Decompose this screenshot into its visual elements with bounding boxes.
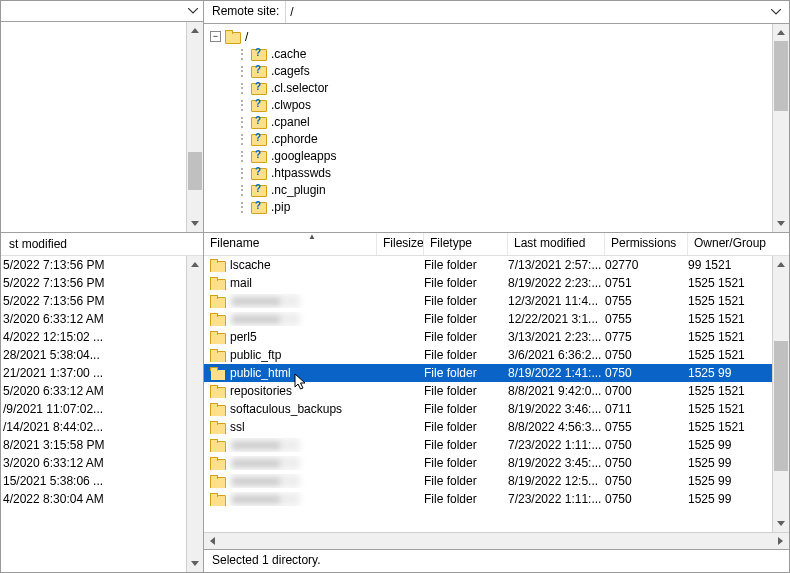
scroll-thumb[interactable] — [188, 152, 202, 190]
tree-item[interactable]: ⋮.googleapps — [210, 147, 772, 164]
remote-path-input[interactable]: / — [285, 1, 789, 23]
remote-tree-vscroll[interactable] — [772, 24, 789, 232]
file-owner: 1525 1521 — [688, 402, 766, 416]
file-list-hscroll[interactable] — [204, 532, 789, 549]
list-item[interactable]: /14/2021 8:44:02... — [1, 418, 186, 436]
folder-icon — [210, 313, 226, 326]
list-item[interactable]: 5/2022 7:13:56 PM — [1, 274, 186, 292]
remote-column: Remote site: / − / ⋮.cache⋮.cagefs⋮.cl.s… — [204, 1, 789, 572]
list-item[interactable]: 5/2022 7:13:56 PM — [1, 256, 186, 274]
file-name: perl5 — [230, 330, 257, 344]
table-row[interactable]: xxxxxxxxFile folder7/23/2022 1:11:...075… — [204, 490, 772, 508]
scroll-up-icon[interactable] — [187, 256, 203, 273]
table-row[interactable]: mailFile folder8/19/2022 2:23:...0751152… — [204, 274, 772, 292]
table-row[interactable]: repositoriesFile folder8/8/2021 9:42:0..… — [204, 382, 772, 400]
table-row[interactable]: xxxxxxxxFile folder12/3/2021 11:4...0755… — [204, 292, 772, 310]
col-filename[interactable]: Filename ▲ — [204, 233, 377, 255]
local-list-header[interactable]: st modified — [1, 233, 203, 256]
remote-tree-pane: − / ⋮.cache⋮.cagefs⋮.cl.selector⋮.clwpos… — [204, 24, 789, 233]
table-row[interactable]: xxxxxxxxFile folder7/23/2022 1:11:...075… — [204, 436, 772, 454]
tree-item[interactable]: ⋮.cache — [210, 45, 772, 62]
tree-item[interactable]: ⋮.cagefs — [210, 62, 772, 79]
file-owner: 1525 99 — [688, 366, 766, 380]
tree-item[interactable]: ⋮.nc_plugin — [210, 181, 772, 198]
scroll-thumb[interactable] — [774, 41, 788, 111]
scroll-up-icon[interactable] — [187, 22, 203, 39]
local-tree[interactable] — [1, 22, 186, 232]
scroll-right-icon[interactable] — [772, 533, 789, 549]
scroll-down-icon[interactable] — [187, 215, 203, 232]
table-row[interactable]: softaculous_backupsFile folder8/19/2022 … — [204, 400, 772, 418]
col-last-modified[interactable]: st modified — [3, 234, 73, 254]
table-row[interactable]: sslFile folder8/8/2022 4:56:3...07551525… — [204, 418, 772, 436]
col-modified[interactable]: Last modified — [508, 233, 605, 255]
collapse-icon[interactable]: − — [210, 31, 221, 42]
list-item[interactable]: 3/2020 6:33:12 AM — [1, 454, 186, 472]
file-permissions: 0751 — [605, 276, 688, 290]
local-list-vscroll[interactable] — [186, 256, 203, 572]
list-item[interactable]: 5/2020 6:33:12 AM — [1, 382, 186, 400]
tree-item[interactable]: ⋮.cpanel — [210, 113, 772, 130]
file-type: File folder — [424, 294, 508, 308]
table-row[interactable]: lscacheFile folder7/13/2021 2:57:...0277… — [204, 256, 772, 274]
list-item[interactable]: 3/2020 6:33:12 AM — [1, 310, 186, 328]
local-list[interactable]: 5/2022 7:13:56 PM5/2022 7:13:56 PM5/2022… — [1, 256, 186, 572]
tree-root[interactable]: − / — [210, 28, 772, 45]
col-permissions[interactable]: Permissions — [605, 233, 688, 255]
scroll-thumb[interactable] — [774, 341, 788, 471]
tree-item[interactable]: ⋮.htpasswds — [210, 164, 772, 181]
file-modified: 12/3/2021 11:4... — [508, 294, 605, 308]
remote-tree[interactable]: − / ⋮.cache⋮.cagefs⋮.cl.selector⋮.clwpos… — [204, 24, 772, 232]
tree-item[interactable]: ⋮.clwpos — [210, 96, 772, 113]
list-item[interactable]: 4/2022 8:30:04 AM — [1, 490, 186, 508]
list-item[interactable]: /9/2021 11:07:02... — [1, 400, 186, 418]
file-modified: 3/6/2021 6:36:2... — [508, 348, 605, 362]
file-list[interactable]: lscacheFile folder7/13/2021 2:57:...0277… — [204, 256, 772, 532]
file-name: xxxxxxxx — [230, 492, 300, 506]
table-row[interactable]: xxxxxxxxFile folder8/19/2022 3:45:...075… — [204, 454, 772, 472]
col-filetype[interactable]: Filetype — [424, 233, 508, 255]
list-item[interactable]: 15/2021 5:38:06 ... — [1, 472, 186, 490]
tree-item[interactable]: ⋮.cl.selector — [210, 79, 772, 96]
tree-item-label: .googleapps — [271, 149, 336, 163]
local-site-bar[interactable] — [1, 1, 203, 22]
col-filesize[interactable]: Filesize — [377, 233, 424, 255]
table-row[interactable]: public_ftpFile folder3/6/2021 6:36:2...0… — [204, 346, 772, 364]
file-list-header[interactable]: Filename ▲ Filesize Filetype Last modifi… — [204, 233, 789, 256]
file-type: File folder — [424, 492, 508, 506]
scroll-down-icon[interactable] — [773, 515, 789, 532]
chevron-down-icon[interactable] — [767, 9, 785, 15]
scroll-up-icon[interactable] — [773, 256, 789, 273]
file-name: mail — [230, 276, 252, 290]
file-permissions: 0750 — [605, 438, 688, 452]
tree-item[interactable]: ⋮.pip — [210, 198, 772, 215]
file-name: xxxxxxxx — [230, 474, 300, 488]
folder-icon — [210, 457, 226, 470]
scroll-left-icon[interactable] — [204, 533, 221, 549]
file-owner: 1525 1521 — [688, 276, 766, 290]
list-item[interactable]: 28/2021 5:38:04... — [1, 346, 186, 364]
table-row[interactable]: public_htmlFile folder8/19/2022 1:41:...… — [204, 364, 772, 382]
scroll-up-icon[interactable] — [773, 24, 789, 41]
col-owner[interactable]: Owner/Group — [688, 233, 766, 255]
file-type: File folder — [424, 348, 508, 362]
list-item[interactable]: 8/2021 3:15:58 PM — [1, 436, 186, 454]
status-bar: Selected 1 directory. — [204, 550, 789, 572]
chevron-down-icon[interactable] — [185, 3, 201, 19]
table-row[interactable]: xxxxxxxxFile folder8/19/2022 12:5...0750… — [204, 472, 772, 490]
local-tree-vscroll[interactable] — [186, 22, 203, 232]
table-row[interactable]: perl5File folder3/13/2021 2:23:...077515… — [204, 328, 772, 346]
folder-icon — [210, 259, 226, 272]
file-type: File folder — [424, 330, 508, 344]
tree-item[interactable]: ⋮.cphorde — [210, 130, 772, 147]
file-list-vscroll[interactable] — [772, 256, 789, 532]
scroll-down-icon[interactable] — [187, 555, 203, 572]
scroll-down-icon[interactable] — [773, 215, 789, 232]
list-item[interactable]: 5/2022 7:13:56 PM — [1, 292, 186, 310]
list-item[interactable]: 21/2021 1:37:00 ... — [1, 364, 186, 382]
table-row[interactable]: xxxxxxxxFile folder12/22/2021 3:1...0755… — [204, 310, 772, 328]
folder-icon — [210, 295, 226, 308]
list-item[interactable]: 4/2022 12:15:02 ... — [1, 328, 186, 346]
folder-icon — [210, 349, 226, 362]
folder-unknown-icon — [251, 98, 267, 111]
